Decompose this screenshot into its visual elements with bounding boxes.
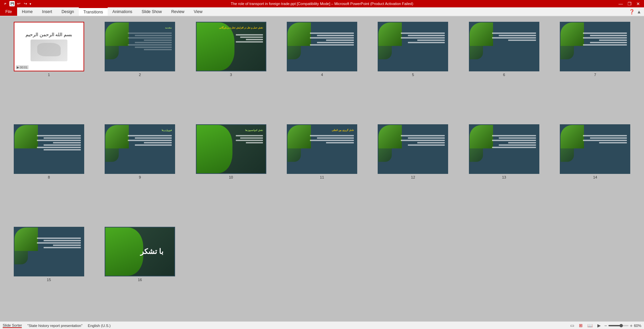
tab-transitions[interactable]: Transitions — [79, 7, 108, 16]
slide-content — [490, 32, 536, 42]
zoom-level-label[interactable]: 60% — [634, 324, 641, 328]
slide-content — [308, 32, 354, 47]
redo-quick-button[interactable]: ↪ — [23, 1, 28, 6]
slide-item[interactable]: 14 — [553, 124, 637, 221]
collapse-ribbon-icon[interactable]: ▲ — [637, 9, 641, 14]
ribbon-right-controls: ❓ ▲ — [629, 9, 644, 14]
slide-title: نقش حمل و نقل در افزایش تجارت و بازرگانی — [219, 26, 263, 29]
tab-review[interactable]: Review — [166, 7, 189, 16]
slide-content — [125, 32, 172, 51]
save-quick-button[interactable]: 💾 — [9, 1, 15, 6]
slide-number: 8 — [48, 175, 50, 179]
zoom-in-button[interactable]: + — [630, 323, 633, 328]
tab-file[interactable]: File — [0, 7, 17, 16]
slide-number: 5 — [412, 73, 414, 77]
template-name-label[interactable]: "State history report presentation" — [27, 324, 82, 328]
slide-thumb-inner: با تشکر — [105, 227, 174, 276]
slide-item[interactable]: 6 — [462, 22, 546, 119]
slide-thumbnail: نقش حمل و نقل در افزایش تجارت و بازرگانی — [196, 22, 266, 71]
slide-thumb-inner: بسم الله الرحمن الرحيم ▶ 00:01 — [14, 22, 84, 71]
slide-item[interactable]: عامل گریزی بین المللی 11 — [280, 124, 364, 221]
status-left: Slide Sorter "State history report prese… — [3, 323, 111, 328]
slide-thumbnail: مقدمه — [105, 22, 175, 71]
zoom-controls: − + 60% — [604, 323, 641, 328]
slide-content — [398, 32, 445, 44]
slide-thumbnail — [14, 124, 84, 174]
slide-thumb-inner — [470, 125, 539, 173]
slide-content — [490, 135, 536, 149]
slide-thumb-inner — [287, 22, 357, 71]
tab-design[interactable]: Design — [57, 7, 78, 16]
help-icon[interactable]: ❓ — [629, 9, 635, 14]
tab-view[interactable]: View — [189, 7, 207, 16]
tab-insert[interactable]: Insert — [37, 7, 57, 16]
slide-thumbnail — [469, 22, 539, 71]
slideshow-button[interactable]: ▶ — [596, 323, 602, 328]
normal-view-button[interactable]: ▭ — [569, 323, 575, 328]
slide-grid: بسم الله الرحمن الرحيم ▶ 00:01 1 مقدمه — [0, 16, 644, 329]
slide-number: 4 — [321, 73, 323, 77]
slide-title: مقدمه — [165, 26, 172, 29]
slide-sorter-label[interactable]: Slide Sorter — [3, 323, 22, 328]
slide-sorter-button[interactable]: ⊞ — [578, 323, 584, 328]
slide-item[interactable]: با تشکر 16 — [98, 227, 182, 324]
slide-thumb-inner: عامل گریزی بین المللی — [287, 125, 357, 173]
zoom-slider[interactable] — [608, 325, 629, 326]
zoom-out-button[interactable]: − — [604, 323, 607, 328]
slide-item[interactable]: بسم الله الرحمن الرحيم ▶ 00:01 1 — [7, 22, 91, 119]
slide-content — [234, 34, 263, 44]
slide-number: 11 — [320, 175, 324, 179]
map-graphic — [31, 40, 67, 61]
undo-quick-button[interactable]: ↩ — [16, 1, 21, 6]
slide-item[interactable]: 5 — [371, 22, 455, 119]
status-right: ▭ ⊞ 📖 ▶ − + 60% — [569, 323, 641, 328]
slide-thumb-inner: مقدمه — [105, 22, 174, 71]
quickaccess-dropdown[interactable]: ▾ — [30, 2, 31, 6]
ribbon: File Home Insert Design Transitions Anim… — [0, 7, 644, 16]
powerpoint-icon: P — [3, 1, 8, 6]
slide-thumb-inner — [14, 125, 84, 173]
slide-thumbnail: با تشکر — [105, 227, 175, 276]
slide-thumbnail — [287, 22, 357, 71]
language-label[interactable]: English (U.S.) — [88, 324, 111, 328]
main-area: بسم الله الرحمن الرحيم ▶ 00:01 1 مقدمه — [0, 16, 644, 329]
slide-item[interactable]: 8 — [7, 124, 91, 221]
slide-number: 3 — [230, 73, 232, 77]
slide-title: نقش کنوانسیون‌ها — [245, 129, 263, 132]
slide-content — [398, 135, 445, 147]
slide-number: 15 — [47, 278, 51, 282]
tab-home[interactable]: Home — [17, 7, 37, 16]
slide-title: فوروارد‌رها — [162, 129, 172, 132]
slide-number: 10 — [229, 175, 233, 179]
slide-thumbnail — [560, 124, 630, 174]
slide-thumbnail — [469, 124, 539, 174]
slide-item[interactable]: نقش حمل و نقل در افزایش تجارت و بازرگانی… — [189, 22, 273, 119]
slide-number: 12 — [411, 175, 415, 179]
tab-slideshow[interactable]: Slide Show — [137, 7, 166, 16]
slide-thumbnail: بسم الله الرحمن الرحيم ▶ 00:01 — [14, 22, 84, 71]
slide-thumb-inner — [14, 227, 84, 276]
slide-thumbnail — [14, 227, 84, 276]
slide-content — [234, 135, 263, 144]
slide-thumb-inner — [378, 125, 447, 173]
slide-item[interactable]: 12 — [371, 124, 455, 221]
maximize-button[interactable]: ❐ — [626, 1, 633, 6]
slide-content — [125, 135, 172, 147]
slide-number: 7 — [594, 73, 596, 77]
close-button[interactable]: ✕ — [635, 1, 641, 6]
slide-item[interactable]: فوروارد‌رها 9 — [98, 124, 182, 221]
slide-number: 9 — [139, 175, 141, 179]
minimize-button[interactable]: — — [617, 1, 624, 6]
slide-item[interactable]: 4 — [280, 22, 364, 119]
slide-item[interactable]: نقش کنوانسیون‌ها 10 — [189, 124, 273, 221]
slide-item[interactable]: 13 — [462, 124, 546, 221]
reading-view-button[interactable]: 📖 — [586, 323, 594, 328]
slide-number: 14 — [593, 175, 597, 179]
slide-item[interactable]: 15 — [7, 227, 91, 324]
slide-item[interactable]: مقدمه 2 — [98, 22, 182, 119]
tab-animations[interactable]: Animations — [108, 7, 137, 16]
slide-thumbnail — [560, 22, 630, 71]
slide-item[interactable]: 7 — [553, 22, 637, 119]
slide-content — [581, 135, 627, 144]
status-bar: Slide Sorter "State history report prese… — [0, 321, 644, 329]
